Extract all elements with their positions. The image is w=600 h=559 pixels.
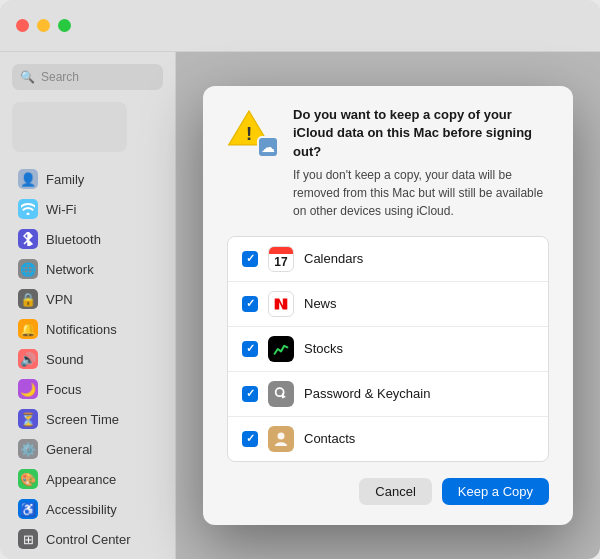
dialog-buttons: Cancel Keep a Copy [227, 478, 549, 505]
calendars-label: Calendars [304, 251, 363, 266]
sidebar-item-label-wifi: Wi-Fi [46, 202, 76, 217]
news-label: News [304, 296, 337, 311]
general-icon: ⚙️ [18, 439, 38, 459]
sidebar-item-bluetooth[interactable]: Bluetooth [6, 224, 169, 254]
dialog-header: ! ☁ Do you want to keep a copy of your i… [227, 106, 549, 220]
stocks-chart-icon [273, 342, 289, 356]
main-window: 🔍 Search 👤 Family Wi-Fi [0, 0, 600, 559]
icloud-dialog: ! ☁ Do you want to keep a copy of your i… [203, 86, 573, 525]
checkbox-item-news[interactable]: News [228, 282, 548, 327]
search-box[interactable]: 🔍 Search [12, 64, 163, 90]
family-icon: 👤 [18, 169, 38, 189]
sidebar-item-family[interactable]: 👤 Family [6, 164, 169, 194]
maximize-button[interactable] [58, 19, 71, 32]
sidebar-item-focus[interactable]: 🌙 Focus [6, 374, 169, 404]
titlebar [0, 0, 600, 52]
news-app-icon [268, 291, 294, 317]
dialog-title: Do you want to keep a copy of your iClou… [293, 106, 549, 161]
sound-icon: 🔊 [18, 349, 38, 369]
modal-backdrop: ! ☁ Do you want to keep a copy of your i… [176, 52, 600, 559]
contacts-label: Contacts [304, 431, 355, 446]
sidebar-item-label-appearance: Appearance [46, 472, 116, 487]
sidebar-item-screentime[interactable]: ⏳ Screen Time [6, 404, 169, 434]
vpn-icon: 🔒 [18, 289, 38, 309]
sidebar-item-label-sound: Sound [46, 352, 84, 367]
sidebar-item-label-general: General [46, 442, 92, 457]
traffic-lights [16, 19, 71, 32]
accessibility-icon: ♿ [18, 499, 38, 519]
minimize-button[interactable] [37, 19, 50, 32]
wifi-icon [18, 199, 38, 219]
sidebar-item-appearance[interactable]: 🎨 Appearance [6, 464, 169, 494]
sidebar-item-label-focus: Focus [46, 382, 81, 397]
stocks-label: Stocks [304, 341, 343, 356]
news-n-icon [272, 295, 290, 313]
news-checkbox[interactable] [242, 296, 258, 312]
sidebar-item-label-family: Family [46, 172, 84, 187]
sidebar-item-siri[interactable]: 〜 Siri & Spotlight [6, 554, 169, 559]
checkbox-item-stocks[interactable]: Stocks [228, 327, 548, 372]
key-icon [274, 386, 288, 402]
search-icon: 🔍 [20, 70, 35, 84]
password-app-icon [268, 381, 294, 407]
keep-copy-button[interactable]: Keep a Copy [442, 478, 549, 505]
contacts-checkbox[interactable] [242, 431, 258, 447]
svg-rect-4 [282, 393, 284, 398]
screentime-icon: ⏳ [18, 409, 38, 429]
checkbox-list: 17 Calendars News [227, 236, 549, 462]
checkbox-item-calendars[interactable]: 17 Calendars [228, 237, 548, 282]
focus-icon: 🌙 [18, 379, 38, 399]
warning-icon-container: ! ☁ [227, 106, 279, 158]
password-label: Password & Keychain [304, 386, 430, 401]
main-content: ! ☁ Do you want to keep a copy of your i… [175, 52, 600, 559]
svg-point-6 [278, 432, 285, 439]
close-button[interactable] [16, 19, 29, 32]
stocks-app-icon [268, 336, 294, 362]
search-placeholder: Search [41, 70, 79, 84]
password-checkbox[interactable] [242, 386, 258, 402]
sidebar-item-network[interactable]: 🌐 Network [6, 254, 169, 284]
calendars-checkbox[interactable] [242, 251, 258, 267]
sidebar-item-label-notifications: Notifications [46, 322, 117, 337]
svg-text:!: ! [246, 123, 252, 144]
sidebar-item-label-screentime: Screen Time [46, 412, 119, 427]
dialog-subtitle: If you don't keep a copy, your data will… [293, 166, 549, 220]
network-icon: 🌐 [18, 259, 38, 279]
sidebar-item-controlcenter[interactable]: ⊞ Control Center [6, 524, 169, 554]
sidebar-item-wifi[interactable]: Wi-Fi [6, 194, 169, 224]
person-icon [274, 431, 288, 447]
sidebar-item-label-network: Network [46, 262, 94, 277]
sidebar-item-accessibility[interactable]: ♿ Accessibility [6, 494, 169, 524]
checkbox-item-contacts[interactable]: Contacts [228, 417, 548, 461]
checkbox-item-password[interactable]: Password & Keychain [228, 372, 548, 417]
appearance-icon: 🎨 [18, 469, 38, 489]
sidebar-item-label-bluetooth: Bluetooth [46, 232, 101, 247]
notifications-icon: 🔔 [18, 319, 38, 339]
sidebar-item-vpn[interactable]: 🔒 VPN [6, 284, 169, 314]
calendar-app-icon: 17 [268, 246, 294, 272]
sidebar: 🔍 Search 👤 Family Wi-Fi [0, 52, 175, 559]
sidebar-item-notifications[interactable]: 🔔 Notifications [6, 314, 169, 344]
stocks-checkbox[interactable] [242, 341, 258, 357]
sidebar-item-sound[interactable]: 🔊 Sound [6, 344, 169, 374]
svg-rect-5 [282, 396, 286, 398]
controlcenter-icon: ⊞ [18, 529, 38, 549]
sidebar-item-general[interactable]: ⚙️ General [6, 434, 169, 464]
dialog-text-container: Do you want to keep a copy of your iClou… [293, 106, 549, 220]
sidebar-item-label-vpn: VPN [46, 292, 73, 307]
sidebar-item-label-controlcenter: Control Center [46, 532, 131, 547]
profile-area [12, 102, 127, 152]
icloud-icon-overlay: ☁ [257, 136, 279, 158]
cancel-button[interactable]: Cancel [359, 478, 431, 505]
sidebar-section: 👤 Family Wi-Fi [0, 164, 175, 559]
contacts-app-icon [268, 426, 294, 452]
bluetooth-icon [18, 229, 38, 249]
sidebar-item-label-accessibility: Accessibility [46, 502, 117, 517]
